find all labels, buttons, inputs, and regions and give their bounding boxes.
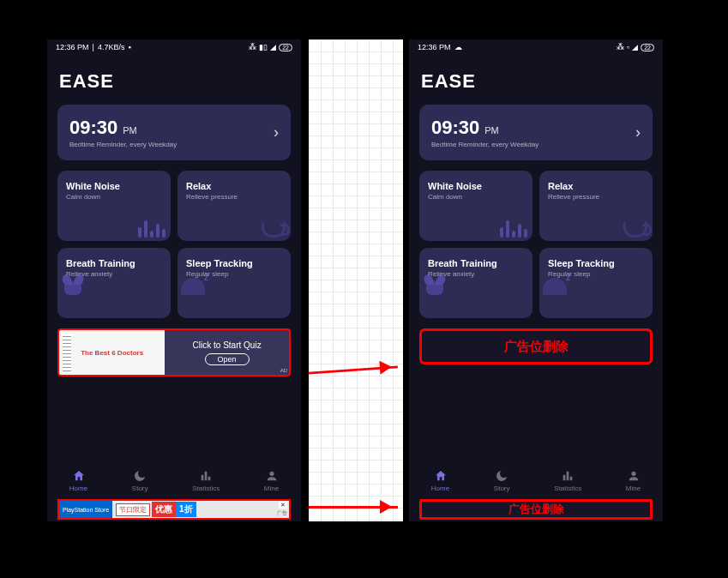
- svg-point-0: [269, 472, 274, 476]
- app-title: EASE: [409, 55, 663, 105]
- reminder-ampm: PM: [484, 125, 499, 135]
- bluetooth-icon: ⁂: [617, 43, 624, 51]
- tile-breath[interactable]: Breath Training Relieve anxiety: [419, 248, 532, 318]
- ad-banner-1[interactable]: The Best 6 Doctors Click to Start Quiz O…: [57, 328, 291, 376]
- tile-white-noise[interactable]: White Noise Calm down: [419, 171, 532, 241]
- tile-grid: White Noise Calm down Relax Relieve pres…: [47, 160, 301, 328]
- reminder-schedule: every Weekday: [491, 141, 538, 148]
- plant-icon: [61, 274, 85, 295]
- moon-icon: [495, 469, 508, 483]
- signal-icon: ▮▯: [259, 43, 268, 51]
- ad-open-button[interactable]: Open: [205, 353, 250, 365]
- person-icon: [265, 469, 279, 483]
- person-icon: [627, 469, 641, 483]
- tile-sub: Relieve pressure: [548, 193, 644, 201]
- ad-cn-text2: 1折: [176, 502, 196, 517]
- ad-removed-2: 广告位删除: [419, 499, 653, 520]
- ps-badge: PlayStation Store: [59, 501, 112, 518]
- tile-sleep[interactable]: Sleep Tracking Regular sleep z: [177, 248, 291, 318]
- phone-after: 12:36 PM ☁ ⁂ ▫ ◢ 22 EASE 09:30 PM Bedtim…: [409, 39, 663, 521]
- nav-home[interactable]: Home: [431, 469, 449, 492]
- status-bar: 12:36 PM ☁ ⁂ ▫ ◢ 22: [409, 39, 663, 55]
- ad-cn-tag: 节日限定: [116, 503, 150, 516]
- cup-icon: [623, 222, 647, 238]
- signal-icon: ◢: [632, 43, 638, 51]
- tile-white-noise[interactable]: White Noise Calm down: [57, 171, 171, 241]
- chart-icon: [561, 469, 575, 483]
- nav-mine[interactable]: Mine: [626, 469, 641, 492]
- tile-title: Relax: [548, 181, 644, 191]
- nav-label: Mine: [264, 485, 279, 492]
- status-time: 12:36 PM: [56, 43, 89, 51]
- tile-relax[interactable]: Relax Relieve pressure: [539, 171, 653, 241]
- nav-label: Home: [431, 485, 449, 492]
- moon-icon: [133, 469, 147, 483]
- tile-title: Breath Training: [428, 258, 524, 268]
- chart-icon: [199, 469, 213, 483]
- nav-label: Statistics: [192, 485, 220, 492]
- battery-icon: 22: [279, 44, 292, 51]
- nav-home[interactable]: Home: [69, 469, 87, 492]
- ad-removed-1: 广告位删除: [419, 328, 653, 364]
- svg-point-1: [631, 472, 635, 476]
- home-icon: [434, 469, 448, 483]
- tile-sub: Relieve pressure: [186, 193, 282, 201]
- nav-label: Mine: [626, 485, 641, 492]
- arrow-2: [309, 506, 398, 509]
- nav-label: Story: [132, 485, 148, 492]
- nav-label: Statistics: [554, 485, 581, 492]
- equalizer-icon: [500, 220, 527, 238]
- nav-statistics[interactable]: Statistics: [554, 469, 581, 492]
- cup-icon: [262, 222, 286, 238]
- battery-icon: 22: [641, 44, 654, 51]
- nav-label: Home: [69, 485, 87, 492]
- status-time: 12:36 PM: [418, 43, 451, 51]
- tile-title: Relax: [186, 181, 282, 191]
- ad-text: Click to Start Quiz: [193, 340, 262, 350]
- tile-sleep[interactable]: Sleep Tracking Regular sleep z: [539, 248, 653, 318]
- status-speed: 4.7KB/s: [98, 43, 125, 51]
- tile-title: Sleep Tracking: [186, 258, 282, 268]
- reminder-time: 09:30: [69, 117, 117, 139]
- tile-title: Sleep Tracking: [548, 258, 644, 268]
- reminder-ampm: PM: [123, 125, 137, 135]
- reminder-schedule: every Weekday: [129, 141, 177, 148]
- nav-story[interactable]: Story: [132, 469, 148, 492]
- chat-icon: ▪: [128, 43, 130, 51]
- home-icon: [72, 469, 86, 483]
- plant-icon: [423, 274, 447, 295]
- chevron-right-icon: ›: [274, 123, 279, 141]
- ad-image: The Best 6 Doctors: [59, 330, 165, 375]
- bluetooth-icon: ⁂: [249, 43, 256, 51]
- reminder-time: 09:30: [431, 117, 479, 139]
- wifi-icon: ◢: [270, 43, 276, 51]
- app-title: EASE: [47, 55, 301, 105]
- tile-sub: Calm down: [66, 193, 162, 201]
- reminder-label: Bedtime Reminder,: [431, 141, 490, 148]
- nav-story[interactable]: Story: [494, 469, 510, 492]
- ad-label: 广告: [277, 509, 287, 517]
- ad-tag: AD: [280, 368, 287, 373]
- tile-sub: Calm down: [428, 193, 524, 201]
- phone-before: 12:36 PM | 4.7KB/s ▪ ⁂ ▮▯ ◢ 22 EASE 09:3…: [47, 39, 301, 521]
- tile-breath[interactable]: Breath Training Relieve anxiety: [57, 248, 171, 318]
- reminder-card[interactable]: 09:30 PM Bedtime Reminder, every Weekday…: [419, 105, 653, 160]
- nav-label: Story: [494, 485, 510, 492]
- reminder-card[interactable]: 09:30 PM Bedtime Reminder, every Weekday…: [57, 105, 291, 160]
- tile-title: White Noise: [66, 181, 162, 191]
- chevron-right-icon: ›: [635, 123, 641, 141]
- status-bar: 12:36 PM | 4.7KB/s ▪ ⁂ ▮▯ ◢ 22: [47, 39, 301, 55]
- arrow-1: [309, 365, 398, 374]
- tile-relax[interactable]: Relax Relieve pressure: [177, 171, 291, 241]
- ad-close-button[interactable]: ✕: [279, 502, 287, 509]
- ad-cn-text1: 优惠: [152, 502, 176, 517]
- nav-mine[interactable]: Mine: [264, 469, 279, 492]
- bottom-nav: Home Story Statistics Mine: [47, 462, 301, 496]
- reminder-label: Bedtime Reminder,: [69, 141, 128, 148]
- ad-banner-2[interactable]: PlayStation Store 节日限定 优惠 1折 ✕ 广告: [57, 499, 291, 520]
- tile-title: White Noise: [428, 181, 524, 191]
- hd-icon: ▫: [627, 43, 629, 51]
- nav-statistics[interactable]: Statistics: [192, 469, 220, 492]
- tile-grid: White Noise Calm down Relax Relieve pres…: [409, 160, 663, 328]
- cloud-icon: ☁: [454, 43, 462, 51]
